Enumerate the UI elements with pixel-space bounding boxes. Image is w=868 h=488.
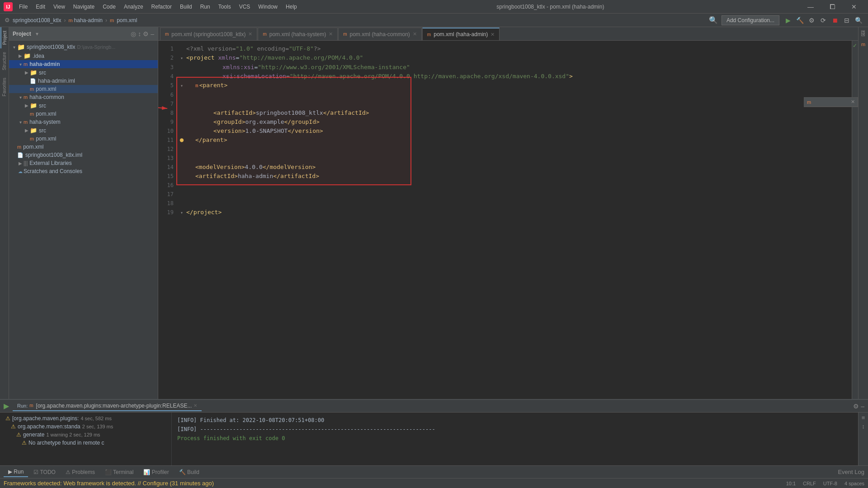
tree-item-haha-common[interactable]: ▾ m haha-common	[9, 93, 158, 101]
search-icon[interactable]: 🔍	[709, 16, 718, 24]
tree-item-scratches[interactable]: ☁ Scratches and Consoles	[9, 167, 158, 175]
favorites-panel-toggle[interactable]: Favorites	[1, 74, 8, 100]
tab-close-admin[interactable]: ✕	[491, 32, 495, 38]
run-tree-item-1[interactable]: ⚠ org.apache.maven:standa 2 sec, 139 ms	[0, 422, 171, 431]
line-ending: CRLF	[803, 481, 816, 486]
tree-item-pom-root[interactable]: m pom.xml	[9, 143, 158, 151]
sort-icon[interactable]: ↕	[138, 30, 141, 38]
tab-problems[interactable]: ⚠ Problems	[61, 468, 99, 477]
settings-icon[interactable]: ⚙	[143, 30, 149, 38]
stop-icon[interactable]: ⏹	[830, 15, 840, 25]
menu-window[interactable]: Window	[255, 2, 281, 11]
title-bar: IJ File Edit View Navigate Code Analyze …	[0, 0, 868, 14]
bottom-tabs: ▶ Run: m [org.apache.maven.plugins:maven…	[0, 400, 868, 413]
pom-icon: m	[110, 18, 114, 23]
tab-build[interactable]: 🔨 Build	[175, 468, 204, 477]
menu-view[interactable]: View	[50, 2, 69, 11]
event-log-link[interactable]: Event Log	[838, 469, 864, 475]
code-line-13: 13	[164, 154, 846, 163]
menu-code[interactable]: Code	[99, 2, 119, 11]
structure-panel-toggle[interactable]: Structure	[1, 48, 8, 74]
tree-item-src2[interactable]: ▶ 📁 src	[9, 101, 158, 110]
tree-item-src1[interactable]: ▶ 📁 src	[9, 68, 158, 77]
close-button[interactable]: ✕	[844, 0, 864, 14]
tree-item-admin-iml[interactable]: 📄 haha-admin.iml	[9, 77, 158, 85]
menu-build[interactable]: Build	[176, 2, 196, 11]
project-panel-title: Project	[13, 31, 31, 37]
tab-pom-ktlx[interactable]: m pom.xml (springboot1008_ktlx) ✕	[160, 28, 257, 40]
menu-help[interactable]: Help	[282, 2, 301, 11]
locate-icon[interactable]: ◎	[131, 30, 136, 38]
add-configuration-button[interactable]: Add Configuration...	[722, 15, 779, 25]
code-line-9: 9 <groupId>org.example</groupId>	[164, 117, 846, 127]
fold-arrow-19[interactable]: ▾	[177, 208, 186, 217]
tab-pom-common[interactable]: m pom.xml (haha-common) ✕	[338, 28, 422, 40]
database-icon[interactable]: 🗄	[859, 29, 868, 38]
tree-item-ktlx-iml[interactable]: 📄 springboot1008_ktlx.iml	[9, 151, 158, 159]
menu-vcs[interactable]: VCS	[236, 2, 254, 11]
layout-icon[interactable]: ⊟	[842, 15, 852, 25]
build-icon[interactable]: 🔨	[795, 15, 805, 25]
tree-item-idea[interactable]: ▶ 📁 .idea	[9, 52, 158, 60]
fold-arrow-5[interactable]: ▾	[177, 81, 186, 90]
maven-close-icon[interactable]: ✕	[851, 99, 855, 105]
menu-run[interactable]: Run	[197, 2, 214, 11]
bottom-right-icon-1[interactable]: ≡	[862, 414, 865, 421]
bottom-settings-icon[interactable]: ⚙	[853, 403, 859, 410]
menu-refactor[interactable]: Refactor	[148, 2, 175, 11]
menu-analyze[interactable]: Analyze	[120, 2, 147, 11]
tree-item-pom-system[interactable]: m pom.xml	[9, 135, 158, 143]
tab-terminal[interactable]: ⬛ Terminal	[100, 468, 138, 477]
menu-navigate[interactable]: Navigate	[70, 2, 98, 11]
menu-tools[interactable]: Tools	[215, 2, 235, 11]
bottom-tab-run[interactable]: Run: m [org.apache.maven.plugins:maven-a…	[13, 401, 202, 411]
tree-item-src3[interactable]: ▶ 📁 src	[9, 126, 158, 135]
project-dropdown-icon[interactable]: ▾	[36, 31, 38, 37]
run-tab-label: Run:	[17, 403, 28, 408]
run-icon[interactable]: ▶	[783, 15, 793, 25]
code-line-7: 7	[164, 99, 846, 108]
run-tree-item-0[interactable]: ⚠ [org.apache.maven.plugins: 4 sec, 582 …	[0, 414, 171, 422]
project-panel-toggle[interactable]: Project	[0, 27, 8, 48]
tree-item-ext-libs[interactable]: ▶ ||| External Libraries	[9, 159, 158, 167]
bottom-right-icon-2[interactable]: ↕	[862, 423, 865, 430]
tree-item-haha-system[interactable]: ▾ m haha-system	[9, 118, 158, 126]
titlebar-menu: File Edit View Navigate Code Analyze Ref…	[15, 2, 301, 11]
run-tree-item-3[interactable]: ⚠ No archetype found in remote c	[0, 439, 171, 447]
minimize-button[interactable]: —	[800, 0, 821, 14]
maximize-button[interactable]: ⧠	[822, 0, 843, 14]
tab-close-ktlx[interactable]: ✕	[248, 31, 252, 37]
bottom-tabs-strip: ▶ Run ☑ TODO ⚠ Problems ⬛ Terminal 📊 Pro…	[0, 465, 868, 478]
breadcrumb-module[interactable]: haha-admin	[74, 17, 103, 23]
code-line-5: 5 ▾ m<parent>	[164, 81, 846, 90]
tree-item-pom-common[interactable]: m pom.xml	[9, 110, 158, 118]
menu-edit[interactable]: Edit	[32, 2, 49, 11]
output-line-2: [INFO] ---------------------------------…	[177, 425, 853, 433]
search2-icon[interactable]: 🔍	[854, 15, 863, 25]
tree-item-root[interactable]: ▾ 📁 springboot1008_ktlx D:\java-Springb.…	[9, 42, 158, 52]
run-play-button[interactable]: ▶	[4, 402, 9, 410]
tab-todo[interactable]: ☑ TODO	[29, 468, 60, 477]
framework-notice[interactable]: Frameworks detected: Web framework is de…	[4, 480, 214, 487]
app-logo: IJ	[4, 2, 13, 11]
tab-profiler[interactable]: 📊 Profiler	[139, 468, 173, 477]
run-tab-close[interactable]: ✕	[193, 403, 197, 408]
maven-side-icon[interactable]: m	[860, 40, 867, 48]
tab-pom-admin[interactable]: m pom.xml (haha-admin) ✕	[422, 28, 500, 40]
tree-item-pom-admin[interactable]: m pom.xml	[9, 85, 158, 93]
breadcrumb-project[interactable]: springboot1008_ktlx	[13, 17, 61, 23]
tab-close-common[interactable]: ✕	[413, 31, 417, 37]
bottom-minimize-icon[interactable]: –	[861, 403, 864, 410]
run-tree-item-2[interactable]: ⚠ generate 1 warning 2 sec, 129 ms	[0, 431, 171, 439]
collapse-icon[interactable]: –	[151, 30, 154, 38]
tree-item-haha-admin[interactable]: ▾ m haha-admin	[9, 60, 158, 68]
breadcrumb-file[interactable]: pom.xml	[117, 17, 137, 23]
warn-icon-3: ⚠	[22, 440, 27, 446]
tab-pom-system[interactable]: m pom.xml (haha-system) ✕	[258, 28, 338, 40]
profile-icon[interactable]: ⟳	[818, 15, 828, 25]
fold-arrow-2[interactable]: ▾	[177, 54, 186, 63]
menu-file[interactable]: File	[15, 2, 31, 11]
tab-close-system[interactable]: ✕	[329, 31, 333, 37]
tab-run[interactable]: ▶ Run	[4, 467, 28, 477]
coverage-icon[interactable]: ⚙	[807, 15, 816, 25]
